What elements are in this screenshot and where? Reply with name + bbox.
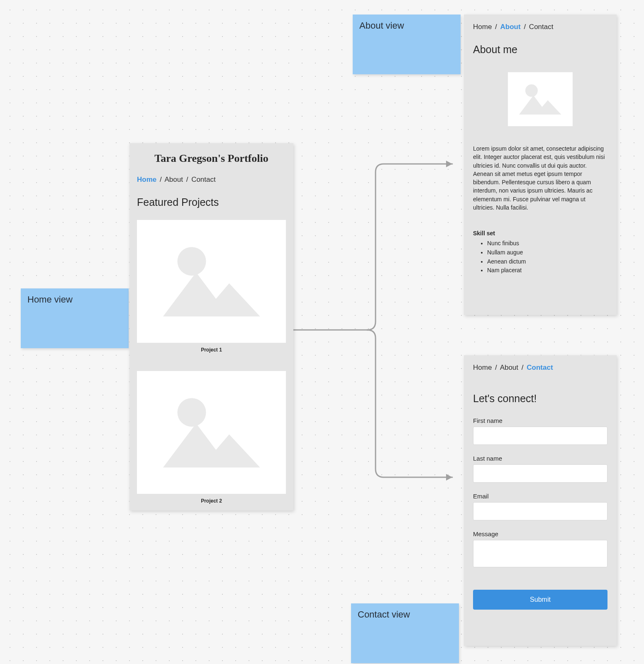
project-1-image[interactable] [137,220,286,343]
about-image [508,72,573,126]
skill-item: Nullam augue [487,248,607,257]
email-label: Email [473,493,607,500]
breadcrumb-home[interactable]: Home [137,176,156,183]
image-placeholder-icon [156,236,267,327]
about-screen[interactable]: Home / About / Contact About me Lorem ip… [464,15,617,315]
breadcrumb-contact[interactable]: Contact [191,176,216,183]
image-placeholder-icon [156,387,267,478]
submit-button[interactable]: Submit [473,590,607,610]
breadcrumb-sep: / [186,176,188,183]
breadcrumb-home[interactable]: Home [473,23,492,31]
label-home-view[interactable]: Home view [21,288,129,348]
about-body: Lorem ipsum dolor sit amet, consectetur … [473,144,607,212]
breadcrumb-about[interactable]: About [500,364,518,371]
breadcrumb-home[interactable]: Home [473,364,492,371]
breadcrumb-sep: / [524,23,526,31]
home-screen[interactable]: Tara Gregson's Portfolio Home / About / … [129,143,293,510]
breadcrumb: Home / About / Contact [473,23,607,31]
svg-marker-7 [519,95,561,115]
breadcrumb-contact[interactable]: Contact [527,364,553,371]
breadcrumb-contact[interactable]: Contact [529,23,554,31]
project-1-caption: Project 1 [137,347,286,353]
project-2-caption: Project 2 [137,498,286,504]
breadcrumb: Home / About / Contact [473,364,607,372]
skill-list: Nunc finibus Nullam augue Aenean dictum … [473,239,607,275]
about-heading: About me [473,44,607,56]
breadcrumb-about[interactable]: About [165,176,183,183]
breadcrumb-sep: / [522,364,524,371]
breadcrumb-sep: / [160,176,162,183]
email-input[interactable] [473,502,607,520]
skill-item: Aenean dictum [487,257,607,266]
first-name-label: First name [473,417,607,424]
message-textarea[interactable] [473,540,607,567]
label-about-view[interactable]: About view [353,15,461,74]
contact-heading: Let's connect! [473,393,607,405]
project-2-image[interactable] [137,371,286,494]
message-label: Message [473,530,607,537]
site-title: Tara Gregson's Portfolio [137,152,286,165]
skill-item: Nunc finibus [487,239,607,248]
svg-marker-3 [163,273,260,317]
svg-point-6 [525,84,538,97]
svg-point-2 [177,247,206,276]
breadcrumb-about[interactable]: About [500,23,521,31]
featured-heading: Featured Projects [137,196,286,208]
label-contact-view[interactable]: Contact view [351,603,459,663]
svg-marker-5 [163,424,260,468]
breadcrumb-sep: / [495,364,497,371]
first-name-input[interactable] [473,427,607,445]
skill-item: Nam placerat [487,266,607,275]
svg-point-4 [177,398,206,427]
breadcrumb: Home / About / Contact [137,176,286,184]
last-name-label: Last name [473,455,607,462]
last-name-input[interactable] [473,464,607,483]
breadcrumb-sep: / [495,23,497,31]
contact-screen[interactable]: Home / About / Contact Let's connect! Fi… [464,355,617,646]
image-placeholder-icon [516,79,564,119]
skillset-heading: Skill set [473,230,607,237]
